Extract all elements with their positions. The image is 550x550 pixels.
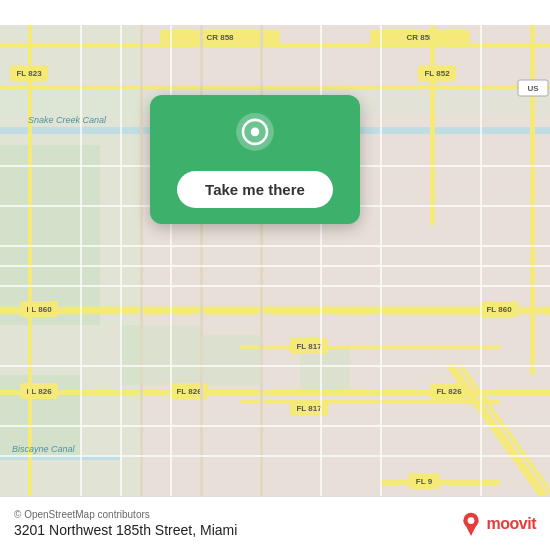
location-pin-icon (231, 113, 279, 161)
svg-text:FL 860: FL 860 (486, 305, 512, 314)
map-background: CR 858 CR 858 FL 860 FL 860 FL 826 FL 82… (0, 0, 550, 550)
svg-rect-42 (430, 25, 435, 225)
bottom-bar: © OpenStreetMap contributors 3201 Northw… (0, 496, 550, 550)
svg-text:FL 817: FL 817 (296, 342, 322, 351)
bottom-left-info: © OpenStreetMap contributors 3201 Northw… (14, 509, 237, 538)
svg-text:FL 852: FL 852 (424, 69, 450, 78)
svg-rect-55 (0, 245, 550, 247)
svg-rect-65 (380, 25, 382, 525)
svg-text:FL 823: FL 823 (16, 69, 42, 78)
svg-marker-73 (465, 525, 475, 535)
svg-text:CR 858: CR 858 (206, 33, 234, 42)
svg-rect-59 (0, 425, 550, 427)
svg-rect-7 (200, 335, 260, 385)
moovit-brand-name: moovit (487, 515, 536, 533)
svg-rect-58 (0, 365, 550, 367)
address-label: 3201 Northwest 185th Street, Miami (14, 522, 237, 538)
svg-point-71 (251, 128, 260, 137)
svg-rect-57 (0, 285, 550, 287)
svg-rect-6 (120, 325, 200, 385)
svg-rect-60 (0, 455, 550, 457)
svg-text:Biscayne Canal: Biscayne Canal (12, 444, 76, 454)
svg-text:FL 826: FL 826 (176, 387, 202, 396)
svg-rect-56 (0, 265, 550, 267)
svg-text:FL 9: FL 9 (416, 477, 433, 486)
svg-text:FL 817: FL 817 (296, 404, 322, 413)
svg-rect-39 (140, 25, 143, 525)
svg-rect-30 (240, 345, 500, 349)
map-container: CR 858 CR 858 FL 860 FL 860 FL 826 FL 82… (0, 0, 550, 550)
svg-rect-45 (530, 25, 535, 375)
take-me-there-button[interactable]: Take me there (177, 171, 333, 208)
svg-rect-18 (0, 306, 550, 315)
moovit-logo: moovit (459, 512, 536, 536)
svg-text:Snake Creek Canal: Snake Creek Canal (28, 115, 107, 125)
location-card: Take me there (150, 95, 360, 224)
svg-text:FL 826: FL 826 (436, 387, 462, 396)
svg-rect-4 (0, 145, 100, 325)
svg-rect-66 (480, 25, 482, 525)
map-attribution: © OpenStreetMap contributors (14, 509, 237, 520)
svg-rect-35 (240, 400, 500, 404)
svg-rect-61 (80, 25, 82, 525)
svg-rect-62 (120, 25, 122, 525)
svg-rect-12 (0, 85, 550, 89)
svg-text:CR 858: CR 858 (406, 33, 434, 42)
svg-text:US: US (527, 84, 539, 93)
svg-point-74 (467, 517, 474, 524)
moovit-pin-icon (459, 512, 483, 536)
